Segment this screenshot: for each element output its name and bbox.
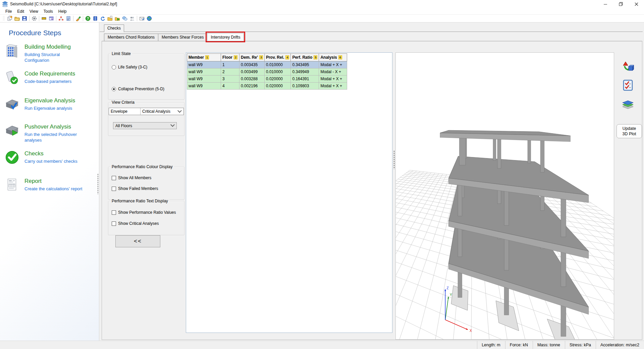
view-3d-button[interactable] [622, 61, 634, 73]
toolbar-separator [73, 16, 73, 21]
radio-life-safety-3-c-[interactable]: Life Safety (3-C) [112, 65, 147, 69]
sidebar-item-subtitle: Run Eigenvalue analysis [24, 106, 75, 111]
open-icon[interactable] [13, 15, 21, 22]
table-cell: wall W9 [187, 83, 221, 90]
checkbox-icon[interactable] [112, 187, 116, 191]
menu-edit[interactable]: Edit [14, 9, 27, 14]
tab-members-shear-forces[interactable]: Members Shear Forces [158, 34, 207, 41]
menu-help[interactable]: Help [56, 9, 69, 14]
update-3d-plot-button[interactable]: Update 3D Plot [616, 124, 642, 138]
sidebar-item-title: Checks [24, 150, 77, 157]
criteria-combo-left[interactable]: Envelope [109, 108, 141, 115]
panel-splitter[interactable] [393, 150, 395, 169]
sidebar-item-title: Building Modelling [24, 44, 84, 50]
tab-interstorey-drifts[interactable]: Interstorey Drifts [207, 33, 244, 41]
refresh-icon[interactable] [99, 15, 106, 22]
checkbox-show-critical-analyses[interactable]: Show Critical Analyses [112, 221, 159, 226]
column-header-floor[interactable]: Floor2 [221, 54, 239, 61]
help-icon[interactable]: ? [84, 15, 92, 22]
checks-icon [4, 150, 20, 165]
3d-scene[interactable]: XYZ [396, 53, 614, 339]
close-button[interactable] [629, 0, 644, 8]
checkbox-show-all-members[interactable]: Show All Members [112, 176, 151, 180]
procedure-steps-sidebar: Procedure Steps Building ModellingBuildi… [0, 22, 99, 341]
collapse-panel-button[interactable]: << [115, 235, 160, 247]
team-icon[interactable] [128, 15, 136, 22]
layers-button[interactable] [622, 98, 634, 111]
sidebar-item-checks[interactable]: ChecksCarry out members' checks [4, 150, 97, 165]
limit-state-label: Limit State [110, 51, 132, 56]
sidebar-item-pushover-analysis[interactable]: Pushover AnalysisRun the selected Pushov… [4, 123, 97, 143]
chat-icon[interactable] [121, 15, 128, 22]
table-cell: 0.349949 [291, 68, 319, 76]
checklist-button[interactable] [622, 79, 634, 92]
column-header-member[interactable]: Member1 [187, 54, 221, 61]
sidebar-item-title: Code Requirements [24, 70, 75, 77]
sort-order-badge: 6 [338, 55, 342, 59]
criteria-combo-right[interactable]: Critical Analysis [141, 109, 178, 114]
menu-view[interactable]: View [27, 9, 41, 14]
radio-icon[interactable] [112, 65, 116, 69]
table-cell: wall W9 [187, 76, 221, 83]
checkbox-icon[interactable] [112, 210, 116, 215]
checkbox-icon[interactable] [112, 176, 116, 180]
radio-icon[interactable] [112, 87, 116, 91]
email-icon[interactable] [138, 15, 146, 22]
brush-icon[interactable] [74, 15, 82, 22]
table-row[interactable]: wall W910.0034350.0100000.343495Modal + … [187, 61, 347, 68]
checkbox-icon[interactable] [112, 221, 116, 226]
save-icon[interactable] [21, 15, 28, 22]
copy-icon[interactable] [6, 15, 13, 22]
status-force: Force: kN [505, 341, 533, 349]
menu-file[interactable]: File [3, 9, 14, 14]
section-view-icon[interactable] [40, 15, 48, 22]
table-cell: 0.003435 [239, 61, 265, 68]
criteria-combo[interactable]: Envelope Critical Analysis [109, 108, 184, 115]
sidebar-item-report[interactable]: ReportCreate the calculations' report [4, 177, 97, 193]
minimize-button[interactable] [598, 0, 613, 8]
settings-icon[interactable] [31, 15, 38, 22]
column-header-perf-ratio[interactable]: Perf. Ratio5 [291, 54, 319, 61]
checks-content-panel: Limit State Life Safety (3-C)Collapse Pr… [102, 41, 642, 340]
menu-tools[interactable]: Tools [41, 9, 56, 14]
tab-members-chord-rotations[interactable]: Members Chord Rotations [104, 34, 158, 41]
update-label-1: Update [617, 126, 642, 131]
text-display-label: Performance Ratio Text Display [110, 199, 169, 203]
calculator-icon[interactable] [65, 15, 72, 22]
table-row[interactable]: wall W920.0034990.0100000.349949Modal - … [187, 68, 347, 76]
building-icon [4, 43, 20, 58]
sidebar-item-subtitle: Create the calculations' report [24, 186, 82, 192]
toolbar: ? [0, 14, 644, 22]
table-cell: 0.343495 [291, 61, 319, 68]
code-icon [4, 70, 20, 85]
checkbox-show-failed-members[interactable]: Show Failed Members [112, 186, 158, 191]
restore-button[interactable] [613, 0, 629, 8]
radio-collapse-prevention-5-d-[interactable]: Collapse Prevention (5-D) [112, 87, 164, 91]
checkbox-show-performance-ratio-values[interactable]: Show Performance Ratio Values [112, 210, 176, 215]
colour-display-group: Performance Ratio Colour Display Show Al… [108, 167, 184, 200]
import-folder-icon[interactable] [106, 15, 114, 22]
report-window-icon[interactable] [48, 15, 55, 22]
status-length: Length: m [477, 341, 505, 349]
sidebar-item-subtitle: Carry out members' checks [24, 159, 77, 164]
column-header-prov-rel-[interactable]: Prov. Rel.4 [264, 54, 290, 61]
status-bar: Length: mForce: kNMass: tonneStress: kPa… [0, 341, 644, 349]
sidebar-item-building-modelling[interactable]: Building ModellingBuilding Structural Co… [4, 43, 97, 63]
manual-icon[interactable] [92, 15, 99, 22]
status-mass: Mass: tonne [533, 341, 565, 349]
tab-checks[interactable]: Checks [104, 24, 124, 32]
sidebar-item-code-requirements[interactable]: Code RequirementsCode-based parameters [4, 70, 97, 85]
3d-view-panel: XYZ [395, 52, 614, 340]
floors-dropdown[interactable]: All Floors [113, 122, 177, 129]
table-row[interactable]: wall W940.0021960.0200000.109803Modal + … [187, 83, 347, 90]
view-3d-icon [622, 61, 634, 73]
toolbar-separator [29, 16, 30, 21]
model-view-icon[interactable] [57, 15, 65, 22]
web-icon[interactable] [146, 15, 153, 22]
table-row[interactable]: wall W930.0032880.0200000.164391Modal + … [187, 76, 347, 83]
run-analysis-icon[interactable] [114, 15, 121, 22]
column-header-analysis[interactable]: Analysis6 [319, 54, 347, 61]
column-header-dem-re-[interactable]: Dem. Re'3 [239, 54, 265, 61]
sidebar-item-eigenvalue-analysis[interactable]: Eigenvalue AnalysisRun Eigenvalue analys… [4, 97, 97, 112]
sidebar-splitter[interactable] [97, 173, 99, 194]
